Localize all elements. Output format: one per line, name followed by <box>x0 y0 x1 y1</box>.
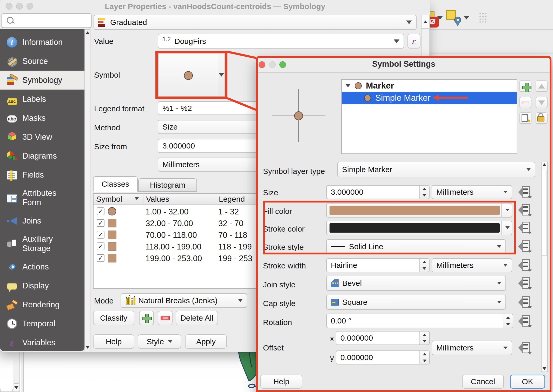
legend-format-input[interactable]: %1 - %2 <box>158 101 263 115</box>
tree-item-simple-marker[interactable]: Simple Marker <box>342 92 517 104</box>
style-button[interactable]: Style <box>138 334 181 349</box>
sidebar-item-actions[interactable]: ⚙ Actions <box>0 257 84 276</box>
data-defined-override-button[interactable] <box>518 222 532 234</box>
layers-panel-scrollbar[interactable] <box>13 352 20 392</box>
sidebar-item-rendering[interactable]: Rendering <box>0 295 84 314</box>
ok-button[interactable]: OK <box>510 375 545 389</box>
data-defined-override-button[interactable] <box>518 342 532 354</box>
class-checkbox[interactable]: ✓ <box>97 231 104 239</box>
lock-color-button[interactable] <box>536 112 548 124</box>
dialog-titlebar[interactable]: Symbol Settings <box>256 56 551 73</box>
disclosure-triangle-icon[interactable] <box>345 84 351 87</box>
add-symbol-layer-button[interactable] <box>519 80 531 92</box>
stroke-width-stepper[interactable] <box>419 259 429 272</box>
rotation-stepper[interactable] <box>503 314 513 328</box>
stroke-width-input[interactable]: Hairline <box>326 258 430 272</box>
renderer-type-select[interactable]: Graduated <box>94 15 417 30</box>
table-row[interactable]: ✓ 199.00 - 253.00 199 - 253 <box>94 252 263 264</box>
sidebar-item-labels[interactable]: abc Labels <box>0 90 84 109</box>
sidebar-scrollbar[interactable] <box>84 29 90 351</box>
toolbar-drag-handle[interactable] <box>479 12 486 23</box>
toolbar-dropdown-caret[interactable] <box>437 16 443 19</box>
size-from-input[interactable]: 3.000000 <box>158 139 263 153</box>
value-field-select[interactable]: 1.2 DougFirs <box>158 34 404 49</box>
data-defined-override-button[interactable] <box>518 204 532 217</box>
sidebar-item-display[interactable]: Display <box>0 276 84 295</box>
offset-y-input[interactable]: 0.000000 <box>336 350 430 364</box>
table-row[interactable]: ✓ 1.00 - 32.00 1 - 32 <box>94 206 263 217</box>
apply-button[interactable]: Apply <box>185 334 227 349</box>
search-input[interactable] <box>2 13 91 28</box>
tab-classes[interactable]: Classes <box>93 176 138 192</box>
cancel-button[interactable]: Cancel <box>462 375 504 389</box>
sidebar-item-symbology[interactable]: Symbology <box>0 71 84 90</box>
symbol-preview[interactable] <box>158 53 218 97</box>
help-button[interactable]: Help <box>93 334 134 349</box>
size-unit-select[interactable]: Millimeters <box>158 158 263 172</box>
table-row[interactable]: ✓ 32.00 - 70.00 32 - 70 <box>94 217 263 229</box>
sidebar-item-3d-view[interactable]: 3D View <box>0 127 84 146</box>
size-input[interactable]: 3.000000 <box>326 185 430 199</box>
size-unit-select[interactable]: Millimeters <box>432 185 512 199</box>
data-defined-override-button[interactable] <box>518 186 532 199</box>
stroke-color-button[interactable] <box>326 221 512 235</box>
sidebar-item-auxiliary-storage[interactable]: Auxiliary Storage <box>0 230 84 257</box>
classify-button[interactable]: Classify <box>93 311 134 325</box>
fill-color-button[interactable] <box>326 203 512 218</box>
sidebar-item-information[interactable]: i Information <box>0 33 84 52</box>
sidebar-item-temporal[interactable]: Temporal <box>0 314 84 333</box>
dialog-scrollbar[interactable] <box>541 162 548 372</box>
delete-all-button[interactable]: Delete All <box>176 311 218 325</box>
data-defined-override-button[interactable] <box>518 296 532 309</box>
bevel-join-icon <box>331 279 339 287</box>
method-select[interactable]: Size <box>158 120 263 134</box>
remove-class-button[interactable] <box>158 311 173 325</box>
sidebar-item-fields[interactable]: Fields <box>0 165 84 184</box>
move-layer-down-button[interactable] <box>536 97 548 108</box>
stroke-width-unit-select[interactable]: Millimeters <box>432 258 512 272</box>
histogram-mode-icon <box>125 295 136 306</box>
move-layer-up-button[interactable] <box>536 80 548 92</box>
data-defined-override-button[interactable] <box>518 240 532 253</box>
data-defined-override-button[interactable] <box>518 277 532 290</box>
sidebar-item-source[interactable]: Source <box>0 52 84 71</box>
column-symbol[interactable]: Symbol <box>96 195 122 204</box>
sidebar-item-masks[interactable]: abc Masks <box>0 109 84 127</box>
offset-y-stepper[interactable] <box>419 351 429 364</box>
symbol-dropdown-strip[interactable] <box>218 53 225 97</box>
duplicate-layer-button[interactable]: ✱ <box>519 112 531 124</box>
class-checkbox[interactable]: ✓ <box>97 207 104 215</box>
sidebar-item-variables[interactable]: ε Variables <box>0 333 84 351</box>
sidebar-item-diagrams[interactable]: Diagrams <box>0 146 84 165</box>
window-titlebar[interactable]: Layer Properties - vanHoodsCount-centroi… <box>0 0 430 12</box>
class-checkbox[interactable]: ✓ <box>97 219 104 227</box>
offset-unit-select[interactable]: Millimeters <box>432 341 512 355</box>
tree-item-marker[interactable]: Marker <box>342 80 517 92</box>
mode-select[interactable]: Natural Breaks (Jenks) <box>121 293 247 308</box>
symbol-layer-type-select[interactable]: Simple Marker <box>337 162 535 177</box>
cap-style-select[interactable]: Square <box>326 295 506 310</box>
class-checkbox[interactable]: ✓ <box>97 242 104 250</box>
expression-builder-button[interactable]: ε <box>407 34 420 49</box>
add-class-button[interactable] <box>139 311 154 325</box>
data-defined-override-button[interactable] <box>518 315 532 328</box>
toolbar-dropdown-caret-2[interactable] <box>464 16 469 19</box>
column-values[interactable]: Values <box>146 195 169 204</box>
join-style-select[interactable]: Bevel <box>326 276 506 291</box>
table-row[interactable]: ✓ 70.00 - 118.00 70 - 118 <box>94 229 263 241</box>
sidebar-item-joins[interactable]: Joins <box>0 211 84 230</box>
size-stepper[interactable] <box>419 186 429 199</box>
class-checkbox[interactable]: ✓ <box>97 254 104 262</box>
data-defined-override-button[interactable] <box>518 259 532 272</box>
rotation-input[interactable]: 0.00 ° <box>326 314 513 328</box>
offset-x-stepper[interactable] <box>419 332 429 344</box>
table-header[interactable]: Symbol Values Legend <box>94 194 263 205</box>
stroke-style-select[interactable]: Solid Line <box>326 239 506 254</box>
sidebar-item-attributes-form[interactable]: Attributes Form <box>0 184 84 211</box>
help-button[interactable]: Help <box>260 375 302 389</box>
table-row[interactable]: ✓ 118.00 - 199.00 118 - 199 <box>94 241 263 252</box>
remove-symbol-layer-button[interactable] <box>519 97 531 108</box>
tab-histogram[interactable]: Histogram <box>138 178 197 192</box>
offset-x-input[interactable]: 0.000000 <box>336 331 430 345</box>
column-legend[interactable]: Legend <box>219 195 245 204</box>
